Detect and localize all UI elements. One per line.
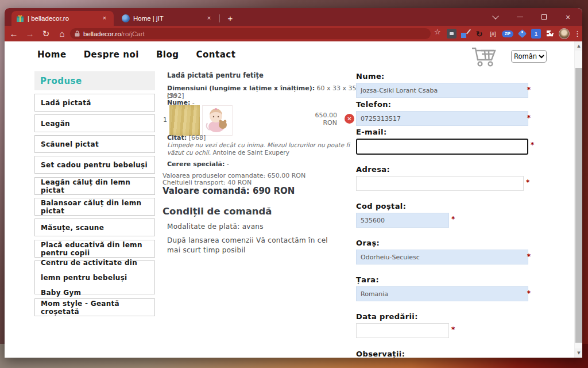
tab-home-jit[interactable]: Home | jIT × [117, 11, 218, 26]
tab-close-icon[interactable]: × [204, 14, 214, 23]
nav-despre-noi[interactable]: Despre noi [84, 49, 139, 60]
screenshot-extension-icon[interactable] [447, 29, 457, 39]
color-picker-extension-icon[interactable] [461, 29, 470, 39]
tab-title: Home | jIT [133, 15, 204, 22]
field-label: Nume: [356, 72, 535, 80]
cart-product-title: Ladă pictată pentru fetițe [167, 71, 264, 79]
field-adresa: Adresa: * [356, 165, 535, 191]
sync-extension-icon[interactable]: ↻ [474, 29, 484, 39]
product-sidebar: Produse Ladă pictată Leagăn Scăunel pict… [34, 71, 155, 90]
page-scrollbar[interactable]: ▲ ▼ [574, 41, 582, 358]
special-request-line: Cerere specială: - [167, 160, 229, 168]
tab-title: | belladecor.ro [28, 15, 100, 22]
sidebar-title: Produse [34, 71, 155, 90]
quote-code-line: Citat: [668] [167, 134, 206, 141]
required-mark: * [451, 325, 455, 334]
sidebar-item-set-cadou[interactable]: Set cadou pentru bebeluși [34, 156, 155, 174]
tab-search-chevron-icon[interactable] [489, 11, 502, 24]
zip-extension-icon[interactable]: ZIP [502, 30, 513, 37]
email-input[interactable] [356, 139, 528, 155]
telefon-input[interactable] [356, 111, 528, 126]
required-mark: * [526, 178, 529, 186]
counter-extension-icon[interactable]: 1 [531, 29, 541, 39]
scroll-up-icon[interactable]: ▲ [575, 41, 582, 51]
oras-input[interactable] [356, 250, 528, 264]
field-telefon: Telefon: * [356, 100, 535, 126]
browser-toolbar: ← → ↻ ⌂ belladecor.ro/ro/jCart ☆ ↻ [#] Z… [5, 26, 582, 41]
sidebar-item-mom-style[interactable]: Mom style - Geantă croșetată [34, 298, 155, 316]
tab-belladecor[interactable]: | belladecor.ro × [11, 11, 114, 26]
order-total: Valoare comandă: 690 RON [163, 186, 295, 196]
field-label: E-mail: [356, 128, 535, 136]
sidebar-item-masute-scaune[interactable]: Măsuțe, scaune [34, 218, 155, 236]
tab-close-icon[interactable]: × [100, 14, 109, 23]
back-icon[interactable]: ← [7, 29, 21, 39]
nav-home[interactable]: Home [37, 49, 67, 60]
nume-input[interactable] [356, 83, 528, 98]
required-mark: * [527, 114, 531, 122]
product-dimensions: Dimensiuni (lungime x lățime x înălțime)… [167, 85, 358, 99]
forward-icon[interactable]: → [23, 29, 37, 39]
contact-note-line: După lansarea comenzii Vă contactăm în c… [167, 236, 342, 255]
field-oras: Oraș: * [356, 239, 535, 264]
adresa-input[interactable] [356, 176, 524, 191]
address-bar[interactable]: belladecor.ro/ro/jCart [70, 28, 431, 39]
field-label: Observații: [356, 350, 535, 358]
tab-divider [219, 14, 220, 22]
field-nume: Nume: * [356, 72, 535, 98]
main-navigation: Home Despre noi Blog Contact [37, 49, 235, 60]
data-predarii-input[interactable] [356, 323, 449, 338]
field-label: Adresa: [356, 165, 535, 174]
required-mark: * [527, 252, 531, 260]
sidebar-item-balansoar[interactable]: Balansoar căluț din lemn pictat [34, 198, 155, 216]
browser-menu-icon[interactable]: ⋮ [574, 29, 581, 38]
nav-contact[interactable]: Contact [196, 49, 236, 60]
field-label: Cod poștal: [356, 202, 535, 210]
tag-extension-icon[interactable] [517, 29, 527, 39]
quote-text-line: Limpede nu vezi decât cu inima. Miezul l… [167, 141, 357, 156]
cart-quantity: 1 [163, 116, 167, 124]
shopping-cart-icon[interactable] [470, 46, 500, 68]
scroll-down-icon[interactable]: ▼ [575, 348, 582, 358]
field-label: Oraș: [356, 239, 535, 247]
url-path: /ro/jCart [121, 30, 145, 37]
field-tara: Țara: * [356, 275, 535, 301]
required-mark: * [527, 289, 531, 297]
browser-window: | belladecor.ro × Home | jIT × + × ← → ↻… [5, 8, 582, 358]
profile-avatar[interactable] [559, 28, 570, 39]
window-controls: × [489, 8, 578, 26]
field-cod-postal: Cod poștal: * [356, 202, 535, 228]
required-mark: * [531, 141, 534, 149]
tara-input[interactable] [356, 286, 528, 301]
item-price: 650.00 RON [305, 112, 337, 126]
sidebar-item-lada-pictata[interactable]: Ladă pictată [34, 94, 155, 112]
tab-bar: | belladecor.ro × Home | jIT × + × [5, 8, 582, 26]
sidebar-item-centru-activitate[interactable]: Centru de activitate din lemn pentru beb… [34, 260, 155, 294]
extensions-row: ↻ [#] ZIP 1 ⋮ [447, 26, 581, 41]
minimize-button[interactable] [513, 11, 526, 24]
maximize-button[interactable] [537, 11, 550, 24]
sidebar-item-leagan[interactable]: Leagăn [34, 114, 155, 132]
field-observatii: Observații: [356, 350, 535, 358]
field-label: Data predării: [356, 312, 535, 321]
home-icon[interactable]: ⌂ [55, 29, 69, 39]
new-tab-button[interactable]: + [224, 12, 237, 25]
hash-extension-icon[interactable]: [#] [488, 29, 498, 39]
scrollbar-thumb[interactable] [575, 68, 582, 343]
product-thumbnail-wood[interactable] [169, 105, 200, 136]
extensions-puzzle-icon[interactable] [545, 29, 555, 39]
sidebar-item-leagan-calut[interactable]: Leagăn căluț din lemn pictat [34, 177, 155, 195]
language-select[interactable]: Română [511, 50, 547, 63]
payment-method-line: Modalitate de plată: avans [167, 223, 264, 231]
field-data-predarii: Data predării: * [356, 312, 535, 338]
product-thumbnail-baby[interactable] [202, 105, 233, 136]
remove-item-button[interactable]: ✕ [345, 114, 354, 124]
url-domain: belladecor.ro [83, 30, 121, 37]
cod-postal-input[interactable] [356, 213, 449, 228]
nav-blog[interactable]: Blog [156, 49, 179, 60]
page-content: Home Despre noi Blog Contact Română Prod… [5, 41, 582, 358]
close-button[interactable]: × [562, 11, 574, 24]
sidebar-item-scaunel-pictat[interactable]: Scăunel pictat [34, 135, 155, 153]
reload-icon[interactable]: ↻ [39, 29, 53, 39]
bookmark-star-icon[interactable]: ☆ [434, 28, 441, 36]
